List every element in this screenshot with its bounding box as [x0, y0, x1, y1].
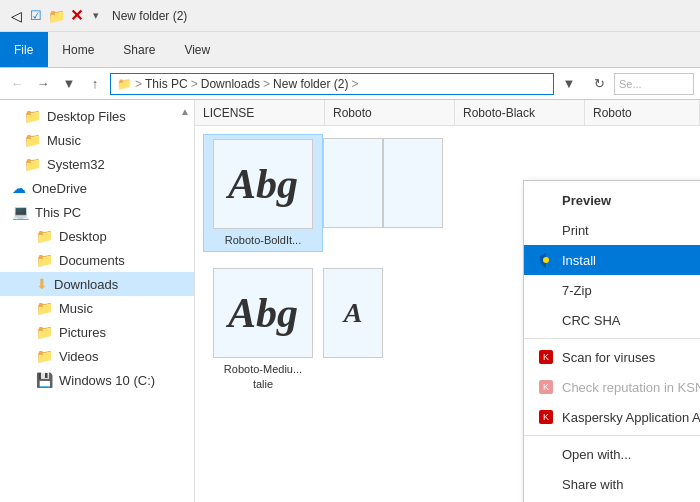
tab-view[interactable]: View [170, 32, 225, 67]
sidebar-item-pictures[interactable]: 📁 Pictures [0, 320, 194, 344]
arrow-icon: ▾ [88, 8, 104, 24]
sidebar-scroll-up[interactable]: ▲ [178, 104, 192, 118]
ctx-preview[interactable]: Preview [524, 185, 700, 215]
nav-left-icon: ◁ [8, 8, 24, 24]
file-item-roboto-boldit[interactable]: Abg Roboto-BoldIt... [203, 134, 323, 252]
path-folder-icon: 📁 [117, 77, 132, 91]
pc-icon: 💻 [12, 204, 29, 220]
sidebar-item-desktop-files[interactable]: 📁 Desktop Files [0, 104, 194, 128]
ctx-kaspersky-icon-3: K [536, 410, 556, 424]
ctx-install[interactable]: Install [524, 245, 700, 275]
column-headers: LICENSE Roboto Roboto-Black Roboto [195, 100, 700, 126]
title-bar: ◁ ☑ 📁 ✕ ▾ New folder (2) [0, 0, 700, 32]
font-preview: Abg [213, 139, 313, 229]
context-menu: Preview Print Install 7-Zip ► [523, 180, 700, 502]
sidebar-item-music[interactable]: 📁 Music [0, 296, 194, 320]
search-box[interactable]: Se... [614, 73, 694, 95]
recent-button[interactable]: ▼ [58, 73, 80, 95]
file-name-2: Roboto-Mediu...talie [224, 362, 302, 391]
address-bar: ← → ▼ ↑ 📁 > This PC > Downloads > New fo… [0, 68, 700, 100]
sidebar-item-thispc[interactable]: 💻 This PC [0, 200, 194, 224]
ctx-scan[interactable]: K Scan for viruses [524, 342, 700, 372]
ctx-7zip[interactable]: 7-Zip ► [524, 275, 700, 305]
ctx-openwith[interactable]: Open with... [524, 439, 700, 469]
col-roboto-black[interactable]: Roboto-Black [455, 100, 585, 125]
sidebar: ▲ 📁 Desktop Files 📁 Music 📁 System32 ☁ O… [0, 100, 195, 502]
ctx-divider-1 [524, 338, 700, 339]
dropdown-button[interactable]: ▼ [558, 73, 580, 95]
ctx-advisor[interactable]: K Kaspersky Application Advisor [524, 402, 700, 432]
main-layout: ▲ 📁 Desktop Files 📁 Music 📁 System32 ☁ O… [0, 100, 700, 502]
ctx-crcsha[interactable]: CRC SHA ► [524, 305, 700, 335]
tab-file[interactable]: File [0, 32, 48, 67]
folder-icon: 📁 [36, 252, 53, 268]
path-thispc: This PC [145, 77, 188, 91]
sidebar-item-downloads[interactable]: ⬇ Downloads [0, 272, 194, 296]
file-name: Roboto-BoldIt... [225, 233, 301, 247]
path-newfolder: New folder (2) [273, 77, 348, 91]
forward-button[interactable]: → [32, 73, 54, 95]
refresh-button[interactable]: ↻ [588, 73, 610, 95]
folder-icon: 📁 [36, 228, 53, 244]
ribbon: File Home Share View [0, 32, 700, 68]
close-icon: ✕ [68, 8, 84, 24]
title-bar-icons: ◁ ☑ 📁 ✕ ▾ [8, 8, 104, 24]
tab-home[interactable]: Home [48, 32, 109, 67]
folder-icon: 📁 [36, 300, 53, 316]
file-item-roboto-medium[interactable]: Abg Roboto-Mediu...talie [203, 264, 323, 395]
sidebar-item-music-top[interactable]: 📁 Music [0, 128, 194, 152]
back-button[interactable]: ← [6, 73, 28, 95]
col-roboto2[interactable]: Roboto [585, 100, 700, 125]
window-title: New folder (2) [112, 9, 187, 23]
sidebar-item-videos[interactable]: 📁 Videos [0, 344, 194, 368]
font-preview-2: Abg [213, 268, 313, 358]
ctx-reputation: K Check reputation in KSN [524, 372, 700, 402]
file-item-partial-2[interactable] [383, 134, 443, 252]
folder-icon: 📁 [24, 132, 41, 148]
check-icon: ☑ [28, 8, 44, 24]
sidebar-item-documents[interactable]: 📁 Documents [0, 248, 194, 272]
ctx-kaspersky-icon-1: K [536, 350, 556, 364]
font-preview-partial [323, 138, 383, 228]
col-license[interactable]: LICENSE [195, 100, 325, 125]
tab-share[interactable]: Share [109, 32, 170, 67]
file-item-partial-r2[interactable]: A [323, 264, 383, 395]
folder-icon: 📁 [36, 348, 53, 364]
folder-icon: 📁 [36, 324, 53, 340]
search-placeholder: Se... [619, 78, 642, 90]
path-downloads: Downloads [201, 77, 260, 91]
ctx-sharewith[interactable]: Share with ► [524, 469, 700, 499]
address-path[interactable]: 📁 > This PC > Downloads > New folder (2)… [110, 73, 554, 95]
font-preview-partial2 [383, 138, 443, 228]
up-button[interactable]: ↑ [84, 73, 106, 95]
folder-icon: 📁 [24, 108, 41, 124]
onedrive-icon: ☁ [12, 180, 26, 196]
sidebar-item-desktop[interactable]: 📁 Desktop [0, 224, 194, 248]
font-preview-r2: A [323, 268, 383, 358]
ctx-kaspersky-icon-2: K [536, 380, 556, 394]
content-area: LICENSE Roboto Roboto-Black Roboto Abg R… [195, 100, 700, 502]
downloads-folder-icon: ⬇ [36, 276, 48, 292]
folder-icon: 📁 [24, 156, 41, 172]
folder-icon: 📁 [48, 8, 64, 24]
drive-icon: 💾 [36, 372, 53, 388]
ctx-shield-icon [536, 252, 556, 268]
svg-point-0 [543, 257, 549, 263]
col-roboto[interactable]: Roboto [325, 100, 455, 125]
sidebar-item-system32[interactable]: 📁 System32 [0, 152, 194, 176]
sidebar-item-windows10[interactable]: 💾 Windows 10 (C:) [0, 368, 194, 392]
ctx-print[interactable]: Print [524, 215, 700, 245]
file-item-partial-1[interactable] [323, 134, 383, 252]
ctx-divider-2 [524, 435, 700, 436]
sidebar-item-onedrive[interactable]: ☁ OneDrive [0, 176, 194, 200]
